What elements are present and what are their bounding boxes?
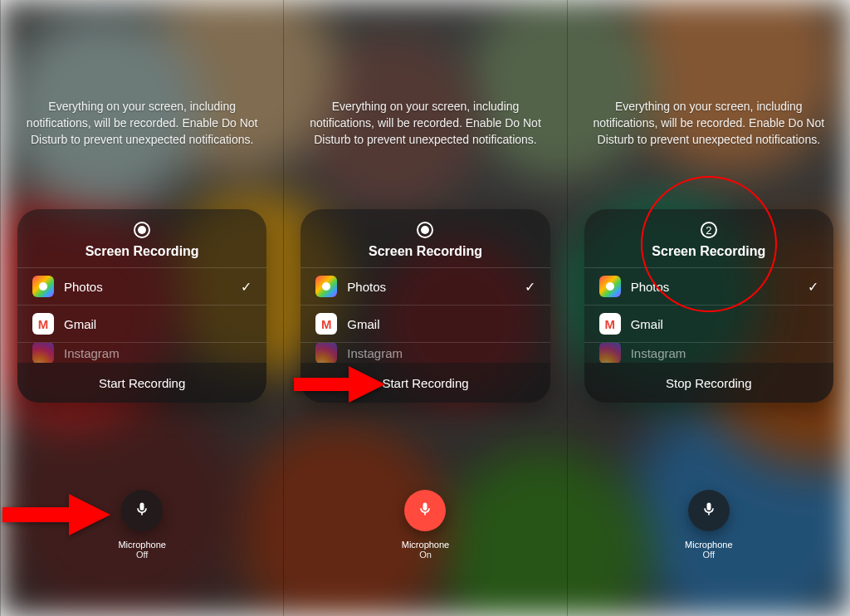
disclaimer-text: Everything on your screen, including not… [284,98,566,148]
start-recording-button[interactable]: Start Recording [17,363,266,403]
app-label: Instagram [64,346,252,360]
microphone-button[interactable] [688,490,730,531]
svg-point-5 [421,226,429,234]
checkmark-icon: ✓ [241,279,252,295]
list-item[interactable]: Instagram [17,343,266,363]
panel-2: Everything on your screen, including not… [283,0,566,616]
photos-icon [599,276,621,297]
svg-marker-3 [69,494,110,535]
checkmark-icon: ✓ [525,279,535,295]
list-item[interactable]: Photos ✓ [17,268,266,306]
list-item[interactable]: M Gmail [17,306,266,343]
photos-icon [32,276,54,297]
list-item[interactable]: Instagram [300,343,550,363]
app-label: Gmail [631,317,818,331]
record-icon [133,221,151,239]
app-label: Photos [347,280,524,294]
checkmark-icon: ✓ [808,279,818,295]
list-item[interactable]: M Gmail [300,306,550,343]
instagram-icon [32,343,54,363]
gmail-icon: M [315,313,337,335]
disclaimer-text: Everything on your screen, including not… [1,98,283,148]
annotation-arrow [294,366,385,403]
card-title: Screen Recording [85,244,199,259]
svg-point-1 [138,226,146,234]
record-icon [416,221,434,239]
disclaimer-text: Everything on your screen, including not… [568,98,850,148]
microphone-label: Microphone [118,540,165,550]
screen-recording-card: Screen Recording Photos ✓ M Gmail Instag… [17,209,266,403]
svg-rect-2 [2,507,69,522]
app-label: Instagram [631,346,818,360]
svg-rect-6 [294,378,349,391]
gmail-icon: M [599,313,621,335]
app-label: Instagram [347,346,535,360]
annotation-circle [641,176,777,312]
app-label: Photos [64,280,241,294]
microphone-state: Off [136,550,148,560]
gmail-icon: M [32,313,54,335]
card-title: Screen Recording [369,244,482,259]
stop-recording-button[interactable]: Stop Recording [584,363,833,403]
app-label: Gmail [64,317,252,331]
svg-marker-7 [349,366,385,403]
microphone-label: Microphone [402,540,449,550]
photos-icon [315,276,337,297]
panel-1: Everything on your screen, including not… [0,0,283,616]
microphone-icon [134,501,150,521]
list-item[interactable]: Photos ✓ [300,268,550,306]
microphone-button[interactable] [121,490,163,531]
microphone-label: Microphone [685,540,732,550]
panel-3: Everything on your screen, including not… [567,0,850,616]
microphone-state: On [419,550,432,560]
microphone-button[interactable] [404,490,446,531]
instagram-icon [599,343,621,363]
microphone-icon [701,501,717,521]
microphone-state: Off [703,550,715,560]
microphone-icon [417,501,433,521]
app-label: Gmail [347,317,535,331]
annotation-arrow [2,494,110,535]
list-item[interactable]: Instagram [584,343,833,363]
instagram-icon [315,343,337,363]
